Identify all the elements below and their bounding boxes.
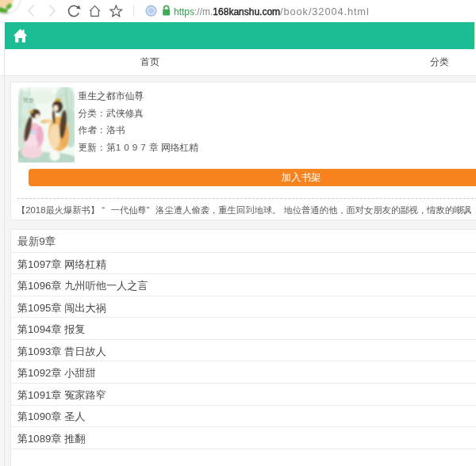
- svg-text:青墨: 青墨: [23, 97, 34, 104]
